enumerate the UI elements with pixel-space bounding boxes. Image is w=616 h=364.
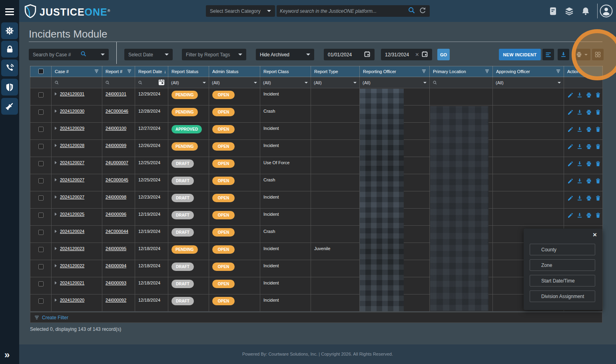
list-view-button[interactable] bbox=[542, 49, 554, 60]
case-number-link[interactable]: 2024120022 bbox=[60, 263, 84, 268]
expand-row-icon[interactable] bbox=[55, 109, 57, 113]
edit-icon[interactable] bbox=[567, 109, 574, 115]
edit-icon[interactable] bbox=[567, 212, 574, 219]
approver-filter-dropdown[interactable]: (All) bbox=[496, 80, 561, 85]
calendar-icon[interactable] bbox=[158, 79, 165, 87]
row-checkbox[interactable] bbox=[38, 195, 44, 201]
popup-option-button[interactable]: County bbox=[530, 244, 595, 255]
notes-icon[interactable] bbox=[548, 6, 558, 16]
delete-icon[interactable] bbox=[595, 178, 601, 184]
case-search-input[interactable] bbox=[33, 52, 80, 58]
case-number-link[interactable]: 2024120027 bbox=[60, 195, 84, 199]
report-number-link[interactable]: 24I000096 bbox=[106, 212, 126, 217]
table-row[interactable]: 2024120031 24I000101 12/29/2024 PENDING … bbox=[30, 88, 603, 105]
expand-row-icon[interactable] bbox=[55, 92, 57, 95]
table-row[interactable]: 2024120023 24I000095 12/18/2024 PENDING … bbox=[30, 243, 603, 260]
download-icon[interactable] bbox=[576, 161, 583, 167]
report-number-link[interactable]: 24I000099 bbox=[106, 143, 126, 148]
report-number-link[interactable]: 24I000094 bbox=[106, 263, 126, 268]
table-row[interactable]: 2024120029 24I000100 12/27/2024 APPROVED… bbox=[30, 123, 603, 140]
column-filter-icon[interactable] bbox=[485, 69, 489, 74]
row-checkbox[interactable] bbox=[38, 298, 44, 304]
row-checkbox[interactable] bbox=[38, 281, 44, 286]
report-number-link[interactable]: 24I000100 bbox=[106, 126, 126, 131]
column-filter-icon[interactable] bbox=[94, 69, 99, 74]
print-icon[interactable] bbox=[586, 109, 592, 115]
expand-row-icon[interactable] bbox=[55, 127, 57, 130]
menu-icon[interactable] bbox=[5, 8, 14, 17]
delete-icon[interactable] bbox=[595, 92, 601, 98]
expand-row-icon[interactable] bbox=[55, 230, 57, 233]
row-checkbox[interactable] bbox=[38, 92, 44, 97]
sidebar-item-dispatch[interactable] bbox=[1, 60, 18, 76]
sidebar-expand-icon[interactable]: » bbox=[4, 349, 10, 360]
date-to-field[interactable]: 12/31/2024 × bbox=[381, 49, 432, 60]
popup-option-button[interactable]: Start Date/Time bbox=[530, 275, 595, 286]
case-number-link[interactable]: 2024120024 bbox=[60, 229, 84, 234]
sidebar-item-court[interactable] bbox=[1, 98, 18, 115]
print-icon[interactable] bbox=[586, 178, 592, 184]
class-filter-dropdown[interactable]: (All) bbox=[263, 80, 308, 85]
create-filter-bar[interactable]: Create Filter bbox=[30, 312, 602, 323]
case-number-link[interactable]: 2024120027 bbox=[60, 160, 84, 165]
expand-row-icon[interactable] bbox=[55, 161, 57, 164]
expand-row-icon[interactable] bbox=[55, 195, 57, 199]
column-filter-icon[interactable] bbox=[556, 69, 560, 74]
table-row[interactable]: 2024120027 24I000098 12/23/2024 DRAFT OP… bbox=[30, 191, 603, 209]
report-number-link[interactable]: 24I000095 bbox=[106, 246, 126, 251]
report-number-link[interactable]: 24I000093 bbox=[106, 280, 126, 285]
print-icon[interactable] bbox=[586, 92, 592, 98]
calendar-icon[interactable] bbox=[421, 51, 428, 59]
report-number-link[interactable]: 24U000007 bbox=[106, 160, 128, 165]
download-icon[interactable] bbox=[576, 195, 583, 201]
expand-row-icon[interactable] bbox=[55, 298, 57, 302]
popup-option-button[interactable]: Zone bbox=[530, 259, 595, 271]
layers-icon[interactable] bbox=[564, 6, 574, 16]
edit-icon[interactable] bbox=[567, 195, 574, 201]
case-number-link[interactable]: 2024120027 bbox=[60, 177, 84, 182]
report-tags-dropdown[interactable]: Filter by Report Tags bbox=[182, 49, 246, 60]
search-category-select[interactable]: Select Search Category bbox=[206, 5, 275, 17]
table-row[interactable]: 2024120025 24I000096 12/19/2024 DRAFT OP… bbox=[30, 209, 603, 226]
case-number-link[interactable]: 2024120025 bbox=[60, 212, 84, 217]
download-icon[interactable] bbox=[576, 126, 583, 133]
officer-filter-dropdown[interactable]: (All) bbox=[363, 80, 427, 85]
print-icon[interactable] bbox=[586, 126, 592, 133]
status-filter-dropdown[interactable]: (All) bbox=[171, 80, 206, 85]
report-column-filter-input[interactable] bbox=[112, 80, 128, 85]
keyword-search-input[interactable] bbox=[280, 8, 407, 14]
expand-row-icon[interactable] bbox=[55, 144, 57, 147]
download-icon[interactable] bbox=[576, 212, 583, 219]
row-checkbox[interactable] bbox=[38, 161, 44, 166]
report-number-link[interactable]: 24I000098 bbox=[106, 195, 126, 199]
expand-row-icon[interactable] bbox=[55, 178, 57, 181]
delete-icon[interactable] bbox=[595, 161, 601, 167]
case-column-filter-input[interactable] bbox=[61, 80, 88, 85]
print-icon[interactable] bbox=[586, 195, 592, 201]
edit-icon[interactable] bbox=[567, 161, 574, 167]
notifications-bell-icon[interactable] bbox=[581, 6, 590, 16]
row-checkbox[interactable] bbox=[38, 247, 44, 252]
sort-column-header[interactable]: Report Date↓ bbox=[135, 66, 168, 77]
report-number-link[interactable]: 24C000044 bbox=[106, 229, 128, 234]
justiceone-logo[interactable]: JUSTICEONE® bbox=[24, 4, 110, 20]
search-icon[interactable] bbox=[80, 50, 87, 59]
export-download-button[interactable] bbox=[558, 49, 569, 60]
archived-dropdown[interactable]: Hide Archived bbox=[256, 49, 314, 60]
edit-icon[interactable] bbox=[567, 143, 574, 150]
download-icon[interactable] bbox=[576, 143, 583, 150]
case-number-link[interactable]: 2024120031 bbox=[60, 91, 84, 96]
delete-icon[interactable] bbox=[595, 126, 601, 133]
table-row[interactable]: 2024120027 24U000007 12/25/2024 DRAFT OP… bbox=[30, 157, 603, 174]
row-checkbox[interactable] bbox=[38, 264, 44, 269]
expand-row-icon[interactable] bbox=[55, 213, 57, 216]
table-row[interactable]: 2024120024 24C000044 12/19/2024 DRAFT OP… bbox=[30, 226, 603, 243]
go-button[interactable]: GO bbox=[437, 49, 450, 60]
download-icon[interactable] bbox=[576, 109, 583, 115]
case-number-link[interactable]: 2024120021 bbox=[60, 280, 84, 285]
table-row[interactable]: 2024120022 24I000094 12/18/2024 DRAFT OP… bbox=[30, 260, 603, 277]
download-icon[interactable] bbox=[576, 178, 583, 184]
popup-option-button[interactable]: Division Assignment bbox=[530, 290, 595, 302]
column-filter-icon[interactable] bbox=[422, 69, 426, 74]
refresh-icon[interactable] bbox=[419, 6, 427, 16]
